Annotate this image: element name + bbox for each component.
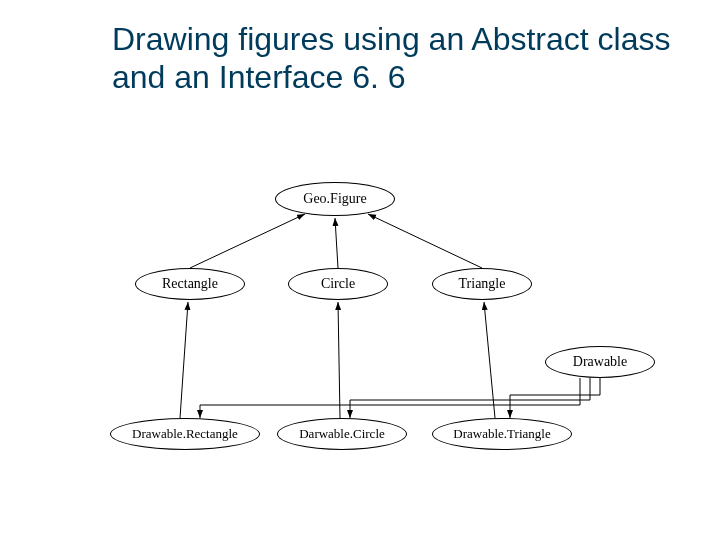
node-geofigure: Geo.Figure xyxy=(275,182,395,216)
node-label: Circle xyxy=(321,276,355,292)
slide-title: Drawing figures using an Abstract class … xyxy=(112,20,672,97)
svg-line-5 xyxy=(484,302,495,418)
node-rectangle: Rectangle xyxy=(135,268,245,300)
svg-line-0 xyxy=(190,214,305,268)
node-label: Drawable.Triangle xyxy=(453,426,550,442)
svg-line-3 xyxy=(180,302,188,418)
svg-line-4 xyxy=(338,302,340,418)
node-label: Darwable.Circle xyxy=(299,426,385,442)
svg-line-2 xyxy=(368,214,482,268)
node-label: Drawable.Rectangle xyxy=(132,426,238,442)
node-drawable-triangle: Drawable.Triangle xyxy=(432,418,572,450)
node-drawable-rectangle: Drawable.Rectangle xyxy=(110,418,260,450)
node-label: Drawable xyxy=(573,354,627,370)
node-label: Rectangle xyxy=(162,276,218,292)
node-label: Triangle xyxy=(459,276,506,292)
node-label: Geo.Figure xyxy=(303,191,366,207)
node-triangle: Triangle xyxy=(432,268,532,300)
node-darwable-circle: Darwable.Circle xyxy=(277,418,407,450)
svg-line-1 xyxy=(335,218,338,268)
node-drawable: Drawable xyxy=(545,346,655,378)
node-circle: Circle xyxy=(288,268,388,300)
